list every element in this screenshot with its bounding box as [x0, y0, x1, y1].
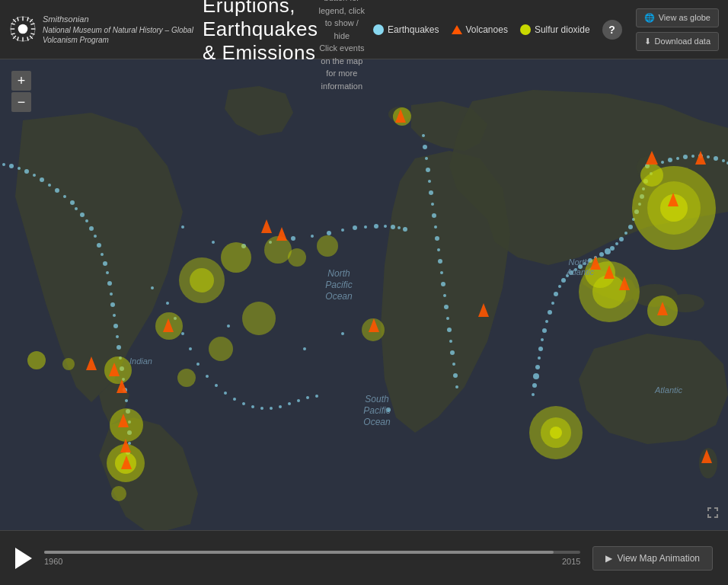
svg-text:Pacific: Pacific	[325, 280, 352, 290]
svg-point-54	[538, 356, 541, 360]
svg-point-144	[374, 224, 378, 229]
svg-point-149	[166, 302, 169, 305]
legend-earthquakes[interactable]: Earthquakes	[373, 24, 439, 35]
zoom-out-button[interactable]: −	[11, 92, 31, 112]
svg-point-131	[303, 347, 306, 350]
svg-point-78	[70, 200, 75, 205]
svg-point-192	[317, 235, 338, 257]
org-title: Smithsonian National Museum of Natural H…	[43, 14, 195, 44]
svg-point-57	[532, 383, 537, 388]
svg-point-88	[107, 281, 112, 286]
svg-point-181	[550, 427, 562, 439]
timeline-start: 1960	[44, 557, 62, 566]
svg-point-91	[113, 314, 116, 317]
timeline-fill	[44, 551, 554, 554]
svg-point-189	[221, 242, 251, 273]
svg-point-120	[443, 294, 446, 297]
volcanoes-icon	[452, 25, 462, 34]
svg-text:Atlantic: Atlantic	[654, 385, 683, 395]
svg-point-148	[403, 227, 407, 232]
svg-point-50	[545, 320, 548, 323]
svg-point-114	[434, 225, 437, 229]
play-button[interactable]	[15, 548, 32, 569]
svg-point-132	[341, 332, 344, 335]
svg-point-154	[206, 375, 209, 378]
svg-point-58	[532, 393, 535, 396]
svg-point-117	[438, 259, 442, 264]
svg-point-134	[181, 225, 184, 229]
view-animation-button[interactable]: ▶ View Map Animation	[592, 546, 713, 571]
svg-point-70	[9, 164, 14, 168]
svg-point-86	[103, 261, 107, 266]
svg-point-33	[619, 237, 624, 241]
svg-text:Ocean: Ocean	[325, 291, 353, 302]
svg-point-87	[106, 271, 109, 274]
header: Smithsonian National Museum of Natural H…	[0, 0, 728, 59]
svg-point-138	[291, 236, 295, 241]
svg-point-17	[18, 24, 28, 34]
legend-volcanoes[interactable]: Volcanoes	[452, 24, 508, 35]
timeline-end: 2015	[562, 557, 580, 566]
logo-area: Smithsonian National Museum of Natural H…	[9, 14, 195, 44]
svg-point-52	[541, 338, 544, 341]
bottom-bar: 1960 2015 ▶ View Map Animation	[0, 530, 728, 585]
legend-sulfur[interactable]: Sulfur dioxide	[520, 24, 590, 35]
svg-point-118	[440, 271, 443, 274]
svg-point-196	[111, 486, 126, 501]
svg-point-170	[640, 164, 663, 187]
svg-point-84	[97, 243, 101, 248]
globe-icon: 🌐	[644, 13, 655, 23]
svg-point-151	[181, 332, 184, 335]
svg-point-47	[554, 292, 558, 296]
svg-point-162	[279, 405, 282, 408]
svg-point-108	[425, 157, 428, 160]
svg-point-75	[48, 184, 51, 187]
svg-point-53	[538, 347, 543, 351]
svg-point-59	[661, 161, 664, 164]
svg-point-186	[190, 268, 214, 292]
svg-point-72	[24, 169, 29, 174]
svg-point-160	[260, 407, 263, 410]
svg-text:South: South	[365, 394, 389, 404]
fullscreen-icon[interactable]	[705, 505, 720, 523]
svg-point-61	[676, 157, 679, 160]
svg-point-48	[551, 302, 554, 305]
svg-point-156	[224, 392, 227, 395]
svg-point-122	[446, 317, 449, 320]
svg-point-141	[341, 229, 344, 232]
help-button[interactable]: ?	[602, 20, 622, 40]
svg-point-173	[592, 275, 626, 308]
view-globe-button[interactable]: 🌐 View as globe	[636, 8, 719, 27]
download-button[interactable]: ⬇ Download data	[636, 32, 719, 51]
svg-point-153	[196, 363, 200, 366]
timeline-labels: 1960 2015	[44, 557, 580, 566]
svg-point-191	[288, 248, 306, 267]
svg-point-89	[110, 292, 113, 296]
animation-icon: ▶	[605, 553, 612, 564]
svg-point-163	[288, 402, 291, 405]
svg-point-146	[391, 225, 395, 229]
svg-point-166	[315, 395, 318, 398]
svg-point-155	[215, 384, 218, 387]
svg-point-106	[422, 134, 425, 137]
timeline-track[interactable]	[44, 551, 580, 554]
svg-point-161	[270, 407, 273, 410]
svg-point-145	[384, 225, 387, 228]
svg-point-121	[444, 305, 449, 309]
svg-point-147	[398, 226, 401, 229]
svg-point-55	[535, 365, 540, 369]
svg-point-135	[212, 241, 215, 244]
zoom-in-button[interactable]: +	[11, 71, 31, 91]
map-container[interactable]: North Pacific Ocean South Pacific Ocean …	[0, 59, 728, 530]
svg-point-99	[125, 399, 128, 402]
play-icon	[15, 548, 32, 569]
download-icon: ⬇	[644, 37, 651, 46]
svg-text:North: North	[569, 257, 589, 267]
svg-point-139	[311, 235, 314, 238]
map-svg: North Pacific Ocean South Pacific Ocean …	[0, 59, 728, 530]
svg-point-77	[63, 195, 66, 198]
svg-point-69	[2, 163, 5, 166]
svg-point-187	[27, 351, 46, 369]
svg-point-49	[548, 310, 552, 315]
svg-point-158	[242, 402, 245, 405]
